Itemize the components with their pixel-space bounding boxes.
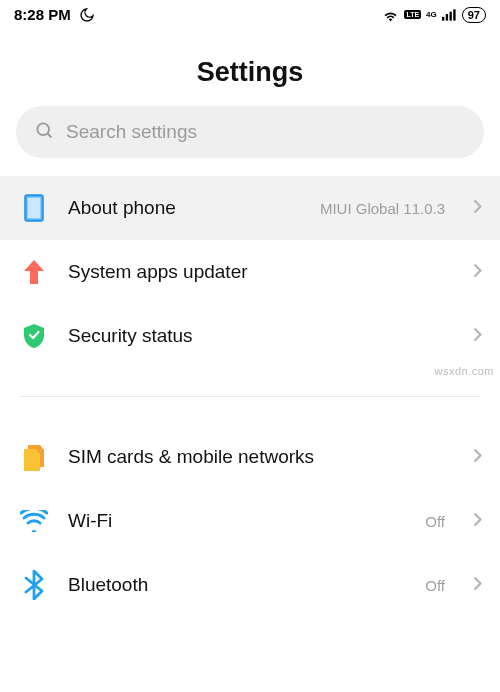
svg-rect-2 <box>449 11 451 20</box>
svg-rect-3 <box>453 9 455 20</box>
chevron-right-icon <box>473 199 482 218</box>
phone-icon <box>20 194 48 222</box>
dnd-icon <box>79 7 95 23</box>
item-label: Bluetooth <box>68 574 405 596</box>
item-detail: MIUI Global 11.0.3 <box>320 200 445 217</box>
svg-rect-0 <box>442 16 444 20</box>
wifi-status-icon <box>382 8 399 22</box>
chevron-right-icon <box>473 576 482 595</box>
battery-indicator: 97 <box>462 7 486 23</box>
chevron-right-icon <box>473 512 482 531</box>
item-label: Wi-Fi <box>68 510 405 532</box>
settings-item-security-status[interactable]: Security status <box>0 304 500 368</box>
item-label: System apps updater <box>68 261 453 283</box>
item-label: SIM cards & mobile networks <box>68 446 453 468</box>
shield-check-icon <box>20 322 48 350</box>
svg-point-4 <box>37 123 49 135</box>
update-arrow-icon <box>20 258 48 286</box>
status-time: 8:28 PM <box>14 6 71 23</box>
svg-rect-1 <box>446 14 448 21</box>
lte-status-icon: LTE <box>404 10 421 19</box>
item-label: About phone <box>68 197 300 219</box>
settings-item-system-apps-updater[interactable]: System apps updater <box>0 240 500 304</box>
search-icon <box>34 120 54 144</box>
signal-icon <box>442 9 457 21</box>
item-detail: Off <box>425 577 445 594</box>
item-label: Security status <box>68 325 453 347</box>
wifi-icon <box>20 507 48 535</box>
svg-line-5 <box>48 134 52 138</box>
settings-item-wifi[interactable]: Wi-Fi Off <box>0 489 500 553</box>
bluetooth-icon <box>20 571 48 599</box>
item-detail: Off <box>425 513 445 530</box>
chevron-right-icon <box>473 327 482 346</box>
settings-item-sim-cards[interactable]: SIM cards & mobile networks <box>0 425 500 489</box>
sim-card-icon <box>20 443 48 471</box>
settings-item-about-phone[interactable]: About phone MIUI Global 11.0.3 <box>0 176 500 240</box>
page-title: Settings <box>0 57 500 88</box>
mobile-data-icon: 4G <box>426 11 437 18</box>
chevron-right-icon <box>473 263 482 282</box>
svg-rect-7 <box>28 198 41 219</box>
search-input[interactable]: Search settings <box>16 106 484 158</box>
chevron-right-icon <box>473 448 482 467</box>
status-bar: 8:28 PM LTE 4G 97 <box>0 0 500 27</box>
settings-item-bluetooth[interactable]: Bluetooth Off <box>0 553 500 617</box>
search-placeholder: Search settings <box>66 121 197 143</box>
watermark: wsxdn.com <box>434 365 494 377</box>
